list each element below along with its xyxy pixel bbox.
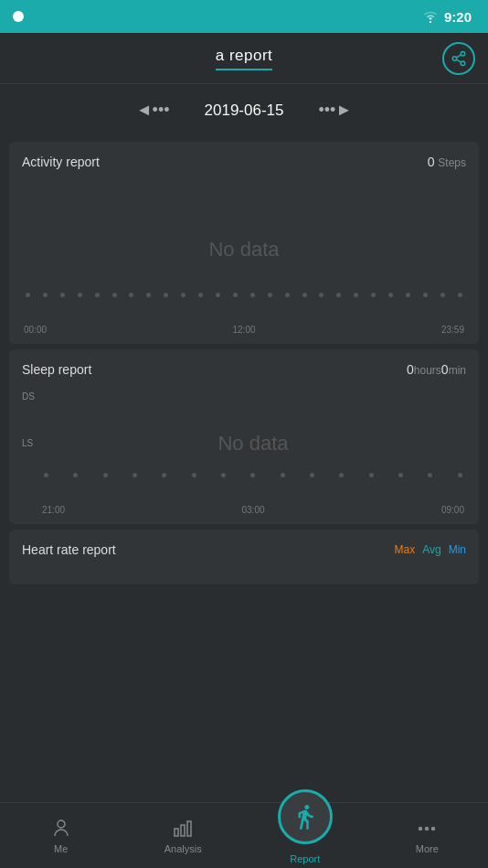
sleep-time-end: 09:00: [441, 505, 464, 515]
wifi-icon: [422, 10, 439, 23]
header-title: a report: [216, 47, 273, 70]
status-right: 9:20: [422, 9, 475, 25]
svg-rect-9: [187, 821, 191, 836]
svg-point-2: [452, 56, 457, 60]
sleep-no-data: No data: [217, 432, 288, 455]
svg-line-5: [456, 54, 461, 57]
svg-point-10: [419, 827, 422, 830]
sleep-chart-container: DS LS No data 21:00 03:00 09:00: [22, 384, 466, 515]
prev-date-button[interactable]: ◄•••: [129, 97, 177, 123]
activity-no-data: No data: [208, 238, 279, 262]
activity-time-mid: 12:00: [232, 325, 255, 335]
nav-item-center[interactable]: Report: [244, 808, 366, 864]
svg-rect-7: [175, 829, 178, 836]
more-icon: [416, 818, 438, 840]
heart-rate-header: Heart rate report Max Avg Min: [22, 542, 466, 557]
header: a report: [0, 33, 488, 84]
sleep-time-start: 21:00: [42, 505, 65, 515]
person-icon: [50, 818, 72, 840]
activity-report-value: 0 Steps: [428, 155, 466, 169]
svg-point-11: [426, 827, 429, 830]
heart-rate-title: Heart rate report: [22, 542, 116, 557]
nav-item-me[interactable]: Me: [0, 818, 122, 854]
sleep-y-label-ds: DS: [22, 391, 35, 402]
nav-item-more[interactable]: More: [366, 818, 489, 854]
max-label: Max: [395, 543, 416, 556]
activity-unit: Steps: [438, 156, 466, 169]
svg-point-1: [461, 51, 465, 56]
status-dot: [13, 11, 24, 22]
svg-point-6: [58, 820, 65, 828]
svg-rect-8: [181, 825, 185, 836]
share-icon: [451, 50, 467, 67]
sleep-report-title: Sleep report: [22, 362, 91, 377]
avg-label: Avg: [422, 543, 440, 556]
svg-point-3: [461, 61, 465, 66]
activity-chart-area: No data: [22, 177, 466, 323]
heart-rate-legend: Max Avg Min: [395, 543, 466, 556]
activity-time-labels: 00:00 12:00 23:59: [22, 325, 466, 335]
status-bar: 9:20: [0, 0, 488, 33]
activity-report-header: Activity report 0 Steps: [22, 155, 466, 169]
chart-icon: [172, 818, 194, 840]
date-navigation: ◄••• 2019-06-15 •••►: [0, 84, 488, 136]
nav-label-me: Me: [54, 843, 68, 854]
sleep-chart-dots: [40, 473, 466, 477]
sleep-report-value: 0hours0min: [407, 362, 466, 377]
nav-label-analysis: Analysis: [164, 843, 202, 854]
activity-time-start: 00:00: [24, 325, 47, 335]
activity-report-card: Activity report 0 Steps No data 00:00 12…: [9, 142, 479, 344]
sleep-y-label-ls: LS: [22, 438, 35, 448]
sleep-time-mid: 03:00: [241, 505, 264, 515]
current-date: 2019-06-15: [205, 102, 284, 120]
next-date-button[interactable]: •••►: [311, 97, 359, 123]
activity-report-title: Activity report: [22, 155, 100, 169]
bottom-navigation: Me Analysis Report More: [0, 802, 488, 868]
svg-line-4: [456, 59, 461, 62]
sleep-chart-area: No data: [40, 384, 466, 503]
share-button[interactable]: [442, 42, 475, 75]
heart-rate-card: Heart rate report Max Avg Min: [9, 530, 479, 584]
activity-chart-dots: [22, 293, 466, 297]
sleep-report-card: Sleep report 0hours0min DS LS No data 21…: [9, 349, 479, 524]
activity-time-end: 23:59: [441, 325, 464, 335]
nav-item-analysis[interactable]: Analysis: [122, 818, 245, 854]
run-icon: [292, 803, 319, 830]
min-label: Min: [449, 543, 466, 556]
nav-center-button[interactable]: [278, 789, 333, 844]
svg-point-12: [432, 827, 435, 830]
nav-label-report: Report: [290, 853, 320, 864]
svg-point-0: [430, 21, 431, 23]
sleep-report-header: Sleep report 0hours0min: [22, 362, 466, 377]
sleep-time-labels: 21:00 03:00 09:00: [40, 505, 466, 515]
status-time: 9:20: [444, 9, 472, 25]
nav-label-more: More: [416, 843, 439, 854]
